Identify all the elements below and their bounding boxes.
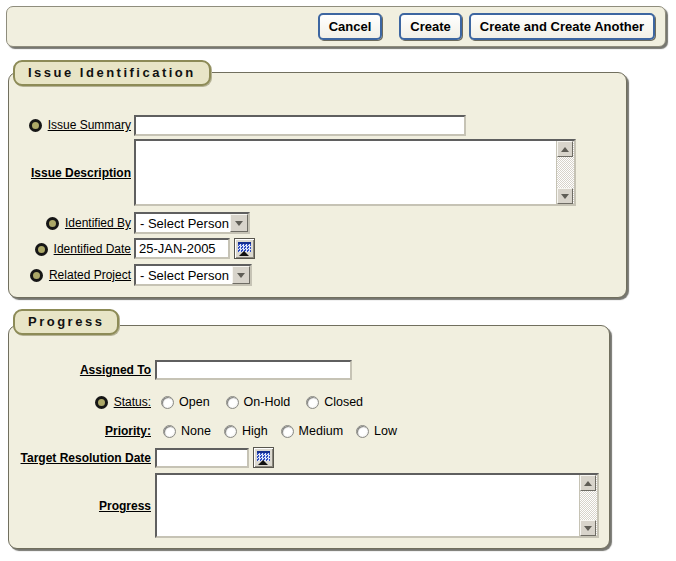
- identified-date-label[interactable]: Identified Date: [54, 242, 131, 256]
- calendar-mound-glyph: [258, 460, 268, 465]
- issue-identification-legend: Issue Identification: [13, 60, 211, 86]
- status-option-on-hold[interactable]: On-Hold: [226, 395, 291, 409]
- create-issue-page: Cancel Create Create and Create Another …: [0, 0, 676, 561]
- related-project-label[interactable]: Related Project: [49, 268, 131, 282]
- identified-by-label-row: Identified By: [9, 212, 131, 234]
- progress-fieldset: Assigned To Status: Open On-Hold Closed …: [8, 325, 610, 549]
- priority-radio-group: None High Medium Low: [163, 420, 397, 442]
- toolbar: Cancel Create Create and Create Another: [6, 6, 666, 47]
- required-ring-icon: [35, 243, 48, 256]
- create-button[interactable]: Create: [399, 13, 461, 40]
- priority-option-none[interactable]: None: [163, 424, 211, 438]
- identified-by-selected-value: - Select Person -: [136, 216, 230, 231]
- issue-summary-label-row: Issue Summary: [9, 114, 131, 136]
- chevron-down-icon[interactable]: [230, 214, 248, 232]
- assigned-to-input[interactable]: [155, 360, 352, 380]
- radio-icon[interactable]: [306, 396, 319, 409]
- priority-label-row: Priority:: [9, 420, 151, 442]
- required-ring-icon: [29, 119, 42, 132]
- radio-icon[interactable]: [281, 425, 294, 438]
- radio-icon[interactable]: [226, 396, 239, 409]
- calendar-picker-icon[interactable]: [253, 447, 274, 468]
- required-ring-icon: [46, 217, 59, 230]
- related-project-label-row: Related Project: [9, 264, 131, 286]
- identified-by-label[interactable]: Identified By: [65, 216, 131, 230]
- progress-label[interactable]: Progress: [99, 499, 151, 513]
- issue-description-label-row: Issue Description: [9, 162, 131, 184]
- identified-date-input[interactable]: [134, 238, 230, 259]
- priority-option-medium[interactable]: Medium: [281, 424, 343, 438]
- issue-summary-label[interactable]: Issue Summary: [48, 118, 131, 132]
- assigned-to-label[interactable]: Assigned To: [80, 363, 151, 377]
- target-resolution-date-input[interactable]: [155, 448, 249, 468]
- identified-date-label-row: Identified Date: [9, 238, 131, 260]
- identified-by-select[interactable]: - Select Person -: [134, 212, 250, 234]
- create-and-create-another-button[interactable]: Create and Create Another: [469, 13, 655, 40]
- issue-identification-fieldset: Issue Summary Issue Description Identifi…: [8, 72, 627, 298]
- status-label[interactable]: Status:: [114, 395, 151, 409]
- status-radio-group: Open On-Hold Closed: [161, 391, 363, 413]
- assigned-to-label-row: Assigned To: [9, 359, 151, 381]
- progress-legend: Progress: [13, 309, 119, 335]
- issue-description-textarea[interactable]: [134, 139, 576, 206]
- target-resolution-date-label[interactable]: Target Resolution Date: [21, 451, 151, 465]
- issue-summary-input[interactable]: [134, 115, 466, 136]
- scroll-down-icon[interactable]: [580, 520, 596, 536]
- scrollbar[interactable]: [579, 475, 597, 536]
- cancel-button[interactable]: Cancel: [318, 13, 383, 40]
- target-resolution-date-label-row: Target Resolution Date: [9, 447, 151, 469]
- radio-icon[interactable]: [163, 425, 176, 438]
- related-project-selected-value: - Select Person -: [136, 268, 232, 283]
- scroll-up-icon[interactable]: [557, 141, 573, 157]
- status-option-open[interactable]: Open: [161, 395, 210, 409]
- scrollbar[interactable]: [556, 141, 574, 204]
- calendar-mound-glyph: [239, 251, 249, 256]
- progress-textarea[interactable]: [155, 473, 599, 538]
- scroll-up-icon[interactable]: [580, 475, 596, 491]
- calendar-picker-icon[interactable]: [234, 238, 255, 259]
- issue-description-label[interactable]: Issue Description: [31, 166, 131, 180]
- related-project-select[interactable]: - Select Person -: [134, 264, 252, 286]
- radio-icon[interactable]: [161, 396, 174, 409]
- priority-option-high[interactable]: High: [224, 424, 268, 438]
- progress-label-row: Progress: [9, 495, 151, 517]
- priority-label[interactable]: Priority:: [105, 424, 151, 438]
- status-label-row: Status:: [9, 391, 151, 413]
- required-ring-icon: [30, 269, 43, 282]
- chevron-down-icon[interactable]: [232, 266, 250, 284]
- priority-option-low[interactable]: Low: [356, 424, 397, 438]
- radio-icon[interactable]: [224, 425, 237, 438]
- radio-icon[interactable]: [356, 425, 369, 438]
- required-ring-icon: [95, 396, 108, 409]
- status-option-closed[interactable]: Closed: [306, 395, 363, 409]
- scroll-down-icon[interactable]: [557, 188, 573, 204]
